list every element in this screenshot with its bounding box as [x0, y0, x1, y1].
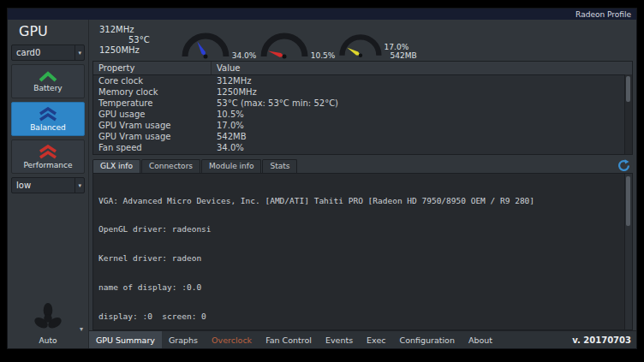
- table-row: Memory clock 1250MHz: [93, 86, 632, 98]
- window-body: GPU card0 ▾ Battery Balanced: [8, 20, 636, 348]
- property-cell: GPU Vram usage: [93, 121, 212, 130]
- screen: Radeon Profile GPU card0 ▾ Battery: [0, 0, 644, 362]
- tab-exec[interactable]: Exec: [360, 331, 392, 348]
- chevron-down-icon: ▾: [75, 45, 84, 60]
- glx-line: display: :0 screen: 0: [98, 312, 627, 321]
- table-header-row: Property Value: [93, 62, 632, 75]
- tab-glx-info[interactable]: GLX info: [92, 159, 140, 173]
- chevron-down-icon: ▾: [80, 325, 83, 333]
- glx-line: VGA: Advanced Micro Devices, Inc. [AMD/A…: [98, 196, 627, 205]
- gauge-vram-usage: 17.0% 542MB: [338, 25, 417, 61]
- tab-about[interactable]: About: [462, 331, 499, 348]
- table-row: GPU Vram usage 17.0%: [93, 120, 632, 131]
- gauge-sub-label: 542MB: [391, 51, 417, 60]
- bottombar-spacer: [499, 331, 572, 348]
- gauge-dial: [338, 32, 383, 61]
- gauge-value-label: 17.0%: [385, 43, 417, 51]
- table-row: Temperature 53°C (max: 53°C min: 52°C): [93, 98, 632, 109]
- property-cell: GPU usage: [93, 110, 212, 119]
- version-label: v. 20170703: [572, 331, 636, 348]
- core-clock-label: 312MHz: [99, 25, 150, 35]
- value-cell: 1250MHz: [212, 87, 257, 97]
- overview-strip: 312MHz 53°C 1250MHz 34.0%: [92, 20, 633, 61]
- fan-profile-select[interactable]: ▾ Auto: [11, 302, 85, 345]
- glx-scrollbar-thumb[interactable]: [626, 176, 630, 226]
- chevron-down-icon: ▾: [75, 178, 84, 193]
- tab-gpu-summary[interactable]: GPU Summary: [89, 331, 162, 348]
- tab-overclock[interactable]: Overclock: [205, 331, 259, 348]
- tab-configuration[interactable]: Configuration: [393, 331, 462, 348]
- performance-profile-button[interactable]: Performance: [11, 139, 85, 174]
- property-cell: Memory clock: [93, 87, 212, 97]
- value-cell: 542MB: [212, 132, 247, 141]
- glx-line: Kernel driver: radeon: [98, 253, 627, 263]
- value-cell: 312MHz: [212, 76, 251, 86]
- glx-line: name of display: :0.0: [98, 282, 627, 292]
- property-cell: Core clock: [93, 76, 212, 86]
- tab-fan-control[interactable]: Fan Control: [259, 331, 319, 348]
- table-row: GPU Vram usage 542MB: [93, 131, 632, 142]
- table-row: Fan speed 34.0%: [93, 142, 632, 153]
- property-cell: Fan speed: [93, 143, 212, 152]
- balanced-icon: [38, 107, 58, 122]
- glx-info-panel: VGA: Advanced Micro Devices, Inc. [AMD/A…: [92, 173, 633, 330]
- table-row: Core clock 312MHz: [93, 75, 632, 86]
- gauge-dial: [259, 32, 309, 61]
- sidebar: GPU card0 ▾ Battery Balanced: [8, 20, 89, 348]
- info-tabstrip: GLX info Connectors Module info Stats: [92, 157, 633, 173]
- property-table: Property Value Core clock 312MHz Memory …: [92, 61, 633, 155]
- battery-icon: [38, 71, 58, 82]
- table-scrollbar-thumb[interactable]: [626, 76, 630, 102]
- tab-connectors[interactable]: Connectors: [141, 159, 200, 173]
- tab-stats[interactable]: Stats: [262, 159, 297, 173]
- gauge-value-label: 34.0%: [232, 51, 257, 60]
- gauge-fan-speed: 34.0%: [181, 25, 259, 61]
- property-cell: Temperature: [93, 98, 212, 108]
- glx-scrollbar[interactable]: [624, 174, 632, 329]
- power-level-select[interactable]: low ▾: [11, 177, 85, 193]
- fan-icon: [32, 302, 64, 335]
- app-window: Radeon Profile GPU card0 ▾ Battery: [7, 8, 637, 349]
- memory-clock-label: 1250MHz: [99, 45, 150, 56]
- titlebar: Radeon Profile: [8, 9, 636, 20]
- window-title: Radeon Profile: [575, 10, 631, 19]
- main-panel: 312MHz 53°C 1250MHz 34.0%: [89, 20, 636, 348]
- column-header-value: Value: [212, 62, 240, 74]
- value-cell: 17.0%: [212, 121, 244, 130]
- table-row: GPU usage 10.5%: [93, 109, 632, 120]
- table-scrollbar[interactable]: [624, 74, 632, 154]
- glx-line: OpenGL driver: radeonsi: [98, 224, 627, 234]
- gauge-dial: [181, 32, 230, 61]
- card-select[interactable]: card0 ▾: [11, 45, 85, 61]
- temperature-label: 53°C: [128, 35, 150, 45]
- bottom-tabbar: GPU Summary Graphs Overclock Fan Control…: [89, 330, 636, 348]
- value-cell: 10.5%: [212, 110, 244, 119]
- tab-events[interactable]: Events: [319, 331, 360, 348]
- balanced-profile-button[interactable]: Balanced: [11, 102, 85, 136]
- glx-info-text: VGA: Advanced Micro Devices, Inc. [AMD/A…: [93, 174, 632, 330]
- performance-icon: [38, 145, 58, 159]
- battery-profile-button[interactable]: Battery: [11, 64, 85, 98]
- fan-profile-label: Auto: [11, 336, 85, 345]
- profile-label: Performance: [23, 161, 72, 169]
- profile-label: Battery: [33, 84, 62, 92]
- property-cell: GPU Vram usage: [93, 132, 212, 141]
- refresh-icon: [617, 159, 630, 172]
- tab-module-info[interactable]: Module info: [201, 159, 261, 173]
- gauge-gpu-usage: 10.5%: [259, 25, 338, 61]
- tab-graphs[interactable]: Graphs: [162, 331, 205, 348]
- gpu-label: GPU: [19, 23, 88, 39]
- value-cell: 34.0%: [212, 143, 244, 152]
- column-header-property: Property: [93, 62, 212, 74]
- value-cell: 53°C (max: 53°C min: 52°C): [212, 98, 338, 108]
- refresh-button[interactable]: [615, 158, 632, 172]
- card-select-value: card0: [16, 48, 40, 57]
- profile-label: Balanced: [30, 123, 66, 132]
- power-level-value: low: [16, 181, 31, 190]
- gauge-value-label: 10.5%: [311, 51, 336, 60]
- gauges: 34.0% 10.5%: [181, 25, 417, 61]
- sidebar-spacer: [8, 195, 88, 300]
- clock-readouts: 312MHz 53°C 1250MHz: [99, 25, 150, 61]
